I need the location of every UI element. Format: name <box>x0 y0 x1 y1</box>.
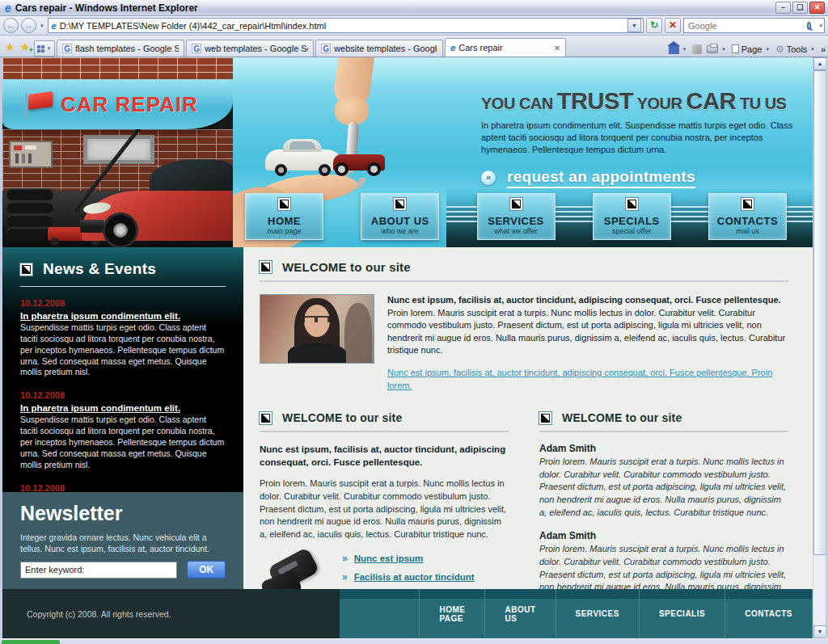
news-link[interactable]: In pharetra ipsum condimentum elit. <box>20 403 180 413</box>
toy-car-red-illustration <box>333 154 385 170</box>
quick-tabs-button[interactable]: ▾ <box>34 40 55 57</box>
tab-flash-templates[interactable]: G flash templates - Google Search <box>57 40 184 57</box>
google-favicon: G <box>321 44 331 53</box>
column-body-text: Proin lorem. Mauris suscipit erat a turp… <box>260 478 509 541</box>
divider <box>539 431 788 432</box>
service-link[interactable]: Nunc est ipsum <box>354 554 424 563</box>
tab-website-templates[interactable]: G website templates - Google S... <box>315 40 443 57</box>
tire-stack <box>6 188 53 200</box>
testimonial-entry: Adam Smith Proin lorem. Mauris suscipit … <box>539 530 788 589</box>
windows-taskbar-edge <box>0 638 828 644</box>
welcome-title: WELCOME to our site <box>282 411 402 424</box>
tab-cars-repair-active[interactable]: e Cars repair ✕ <box>445 38 566 57</box>
address-text[interactable]: D:\MY TEMPLATES\New Folder (4)\442_car_r… <box>60 21 627 31</box>
column-lead-text: Nunc est ipsum, facilisis at, auctor tin… <box>260 443 509 469</box>
start-button-edge[interactable] <box>2 640 60 644</box>
welcome-body-text: Proin lorem. Mauris suscipit erat a turp… <box>387 308 785 356</box>
footer-link-home[interactable]: HOME PAGE <box>439 605 465 623</box>
window-title: Cars repair - Windows Internet Explorer <box>15 2 775 14</box>
tools-menu-label: Tools <box>787 44 808 54</box>
newsletter-title: Newsletter <box>20 502 226 525</box>
main-navigation: HOME main page ABOUT US who we are SERVI… <box>245 193 787 240</box>
close-button[interactable]: ✕ <box>809 2 825 14</box>
flag-icon <box>394 198 406 210</box>
welcome-column-right: WELCOME to our site Adam Smith Proin lor… <box>539 411 788 589</box>
flag-icon <box>741 198 754 210</box>
tab-close-icon[interactable]: ✕ <box>551 44 560 53</box>
footer-link-about[interactable]: ABOUT US <box>505 605 535 623</box>
testimonial-name: Adam Smith <box>539 530 788 541</box>
trust-banner: YOU CAN TRUST YOUR CAR TU US In pharetra… <box>481 88 805 188</box>
restore-button[interactable]: ❏ <box>792 2 808 14</box>
ie-icon: e <box>5 2 11 15</box>
search-dropdown-icon[interactable]: ▾ <box>817 23 824 29</box>
history-dropdown-icon[interactable]: ▾ <box>39 23 45 29</box>
browser-viewport: YOU CAN TRUST YOUR CAR TU US In pharetra… <box>2 57 826 638</box>
footer-link-specials[interactable]: SPECIALIS <box>659 609 705 618</box>
nav-subtitle: who we are <box>361 227 438 235</box>
welcome-title: WELCOME to our site <box>282 260 411 274</box>
add-favorite-icon[interactable]: ★ <box>18 40 33 57</box>
welcome-inline-link[interactable]: Nunc est ipsum, facilisis at, auctor tin… <box>387 367 788 392</box>
glasses-detail <box>303 316 331 322</box>
address-dropdown-button[interactable]: ▼ <box>627 19 641 32</box>
nav-button-contacts[interactable]: CONTACTS mail us <box>708 193 787 240</box>
back-button[interactable]: ← <box>3 18 19 33</box>
trust-seg: TRUST <box>557 88 633 114</box>
footer-link-contacts[interactable]: CONTACTS <box>745 609 792 618</box>
search-input[interactable] <box>684 21 807 31</box>
logo-ribbon: CAR REPAIR <box>2 79 233 129</box>
red-flag-icon <box>28 91 53 110</box>
vertical-scrollbar[interactable]: ▲ ▼ <box>813 57 826 638</box>
feeds-button[interactable] <box>692 44 702 54</box>
nav-button-home[interactable]: HOME main page <box>245 193 323 240</box>
scrollbar-thumb[interactable] <box>813 70 826 555</box>
nav-button-specials[interactable]: SPECIALS special offer <box>593 193 671 240</box>
scroll-up-button[interactable]: ▲ <box>813 57 826 70</box>
google-favicon: G <box>192 44 201 53</box>
refresh-button[interactable]: ↻ <box>646 18 662 33</box>
scroll-down-button[interactable]: ▼ <box>813 625 826 638</box>
nav-subtitle: mail us <box>709 227 786 235</box>
tools-menu-button[interactable]: ⚙Tools▾ <box>775 44 816 54</box>
window-titlebar: e Cars repair - Windows Internet Explore… <box>0 0 828 16</box>
nav-title: HOME <box>246 215 323 227</box>
search-icon[interactable] <box>807 22 811 30</box>
print-caret: ▾ <box>720 46 727 53</box>
page-icon <box>732 44 739 53</box>
address-bar[interactable]: e D:\MY TEMPLATES\New Folder (4)\442_car… <box>48 18 644 33</box>
minimize-button[interactable]: – <box>775 2 791 14</box>
newsletter-ok-button[interactable]: OK <box>187 561 226 579</box>
nav-title: SERVICES <box>478 215 555 227</box>
footer-link-item: SPECIALIS <box>640 589 725 638</box>
tab-web-templates[interactable]: G web templates - Google Search <box>186 40 314 57</box>
search-box[interactable]: ▾ <box>683 18 825 33</box>
home-icon <box>669 46 679 54</box>
nav-button-about-us[interactable]: ABOUT US who we are <box>361 193 439 240</box>
footer-link-services[interactable]: SERVICES <box>576 609 619 618</box>
nav-button-services[interactable]: SERVICES what we offer <box>477 193 556 240</box>
page-menu-button[interactable]: Page▾ <box>732 44 771 54</box>
testimonial-text: Proin lorem. Mauris suscipit erat a turp… <box>539 543 788 589</box>
print-button[interactable]: ▾ <box>707 45 727 53</box>
nav-title: CONTACTS <box>709 215 786 227</box>
keyword-input[interactable] <box>20 562 177 579</box>
site-logo[interactable]: CAR REPAIR <box>61 92 198 117</box>
forward-button[interactable]: → <box>21 18 36 33</box>
window-border-left <box>0 57 2 638</box>
news-text: Suspendisse mattis turpis eget odio. Cla… <box>20 415 226 470</box>
news-link[interactable]: In pharetra ipsum condimentum elit. <box>20 311 180 321</box>
header-left-collage: CAR REPAIR <box>2 57 233 247</box>
request-appointment-link[interactable]: request an appointments <box>507 168 695 188</box>
service-link[interactable]: Facilisis at auctor tincidunt <box>354 572 475 582</box>
divider <box>260 431 509 432</box>
toolbar-overflow-chevron[interactable]: » <box>821 44 826 54</box>
favorites-star-icon[interactable]: ★ <box>2 40 18 57</box>
flag-icon <box>626 198 638 210</box>
rss-icon <box>692 44 702 54</box>
stop-button[interactable]: ✕ <box>665 18 681 33</box>
quick-tabs-grid-icon <box>37 45 44 53</box>
footer-link-item: ABOUT US <box>485 589 556 638</box>
page-menu-label: Page <box>741 44 763 54</box>
home-button[interactable]: ▾ <box>669 44 688 54</box>
